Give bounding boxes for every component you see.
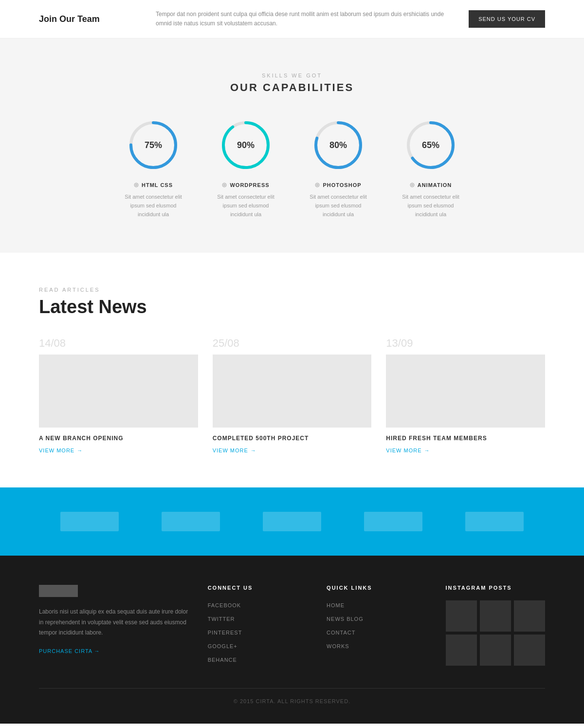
instagram-thumb-2[interactable] [480, 600, 511, 632]
skill-item-wordpress: 90% ◎ WORDPRESS Sit amet consectetur eli… [214, 118, 277, 219]
skill-item-animation: 65% ◎ ANIMATION Sit amet consectetur eli… [399, 118, 462, 219]
skill-chart-htmlcss: 75% [127, 118, 180, 172]
view-more-link-3[interactable]: VIEW MORE → [386, 448, 545, 453]
skill-percent-animation: 65% [422, 140, 439, 150]
news-card-1: 14/08 A NEW BRANCH OPENING VIEW MORE → [39, 337, 198, 453]
skill-percent-photoshop: 80% [329, 140, 347, 150]
news-card-title-1: A NEW BRANCH OPENING [39, 435, 198, 442]
footer-brand-col: Laboris nisi ust aliquip ex eda sequat d… [39, 585, 188, 669]
skill-desc-animation: Sit amet consectetur elit ipsum sed elus… [399, 193, 462, 219]
capabilities-section: SKILLS WE GOT OUR CAPABILITIES 75% ◎ HTM… [0, 38, 584, 253]
skill-label-wordpress: ◎ WORDPRESS [222, 182, 269, 188]
footer-link-home[interactable]: HOME [327, 600, 426, 609]
footer-about: Laboris nisi ust aliquip ex eda sequat d… [39, 607, 188, 638]
arrow-icon-1: → [77, 448, 83, 453]
skill-item-photoshop: 80% ◎ PHOTOSHOP Sit amet consectetur eli… [307, 118, 370, 219]
footer-link-behance[interactable]: BEHANCE [208, 655, 307, 664]
news-image-1 [39, 355, 198, 428]
news-card-title-2: COMPLETED 500TH PROJECT [213, 435, 372, 442]
news-title: Latest News [39, 297, 545, 317]
partner-logo-4 [364, 512, 422, 531]
skill-item-htmlcss: 75% ◎ HTML CSS Sit amet consectetur elit… [122, 118, 185, 219]
send-cv-button[interactable]: SEND US YOUR CV [469, 10, 545, 28]
instagram-thumb-4[interactable] [446, 635, 477, 666]
skill-label-animation: ◎ ANIMATION [410, 182, 452, 188]
skill-desc-wordpress: Sit amet consectetur elit ipsum sed elus… [214, 193, 277, 219]
footer-logo [39, 585, 78, 597]
news-date-2: 25/08 [213, 337, 372, 350]
news-section: READ ARTICLES Latest News 14/08 A NEW BR… [0, 253, 584, 487]
capabilities-title: OUR CAPABILITIES [39, 81, 545, 94]
footer-instagram-col: INSTAGRAM POSTS [446, 585, 545, 669]
skill-chart-wordpress: 90% [219, 118, 273, 172]
wordpress-icon: ◎ [222, 182, 227, 188]
footer: Laboris nisi ust aliquip ex eda sequat d… [0, 556, 584, 724]
instagram-thumb-6[interactable] [514, 635, 545, 666]
instagram-thumb-3[interactable] [514, 600, 545, 632]
copyright-text: © 2015 CIRTA. ALL RIGHTS RESERVED. [234, 698, 350, 704]
arrow-icon-2: → [251, 448, 256, 453]
footer-link-contact[interactable]: CONTACT [327, 628, 426, 636]
news-image-3 [386, 355, 545, 428]
news-card-3: 13/09 HIRED FRESH TEAM MEMBERS VIEW MORE… [386, 337, 545, 453]
join-team-desc: Tempor dat non proident sunt culpa qui o… [136, 10, 469, 28]
footer-link-works[interactable]: WORKS [327, 641, 426, 650]
photoshop-icon: ◎ [315, 182, 320, 188]
skill-label-photoshop: ◎ PHOTOSHOP [315, 182, 361, 188]
footer-quicklinks-col: QUICK LINKS HOME NEWS BLOG CONTACT WORKS [327, 585, 426, 669]
news-grid: 14/08 A NEW BRANCH OPENING VIEW MORE → 2… [39, 337, 545, 453]
footer-quicklinks-list: HOME NEWS BLOG CONTACT WORKS [327, 600, 426, 650]
news-date-3: 13/09 [386, 337, 545, 350]
view-more-link-1[interactable]: VIEW MORE → [39, 448, 198, 453]
footer-link-twitter[interactable]: TWITTER [208, 614, 307, 623]
news-date-1: 14/08 [39, 337, 198, 350]
footer-link-newsblog[interactable]: NEWS BLOG [327, 614, 426, 623]
news-image-2 [213, 355, 372, 428]
skills-grid: 75% ◎ HTML CSS Sit amet consectetur elit… [39, 118, 545, 219]
join-team-section: Join Our Team Tempor dat non proident su… [0, 0, 584, 38]
footer-link-googleplus[interactable]: GOOGLE+ [208, 641, 307, 650]
partner-logo-5 [465, 512, 524, 531]
footer-connect-links: FACEBOOK TWITTER PINTEREST GOOGLE+ BEHAN… [208, 600, 307, 664]
footer-quicklinks-title: QUICK LINKS [327, 585, 426, 591]
skill-desc-htmlcss: Sit amet consectetur elit ipsum sed elus… [122, 193, 185, 219]
partners-section [0, 487, 584, 556]
skill-label-htmlcss: ◎ HTML CSS [134, 182, 173, 188]
partner-logo-3 [263, 512, 321, 531]
footer-link-facebook[interactable]: FACEBOOK [208, 600, 307, 609]
animation-icon: ◎ [410, 182, 415, 188]
skill-chart-photoshop: 80% [311, 118, 365, 172]
footer-link-pinterest[interactable]: PINTEREST [208, 628, 307, 636]
arrow-icon-3: → [424, 448, 430, 453]
join-team-title: Join Our Team [39, 14, 136, 24]
footer-instagram-title: INSTAGRAM POSTS [446, 585, 545, 591]
partner-logo-1 [60, 512, 119, 531]
skill-desc-photoshop: Sit amet consectetur elit ipsum sed elus… [307, 193, 370, 219]
instagram-thumb-5[interactable] [480, 635, 511, 666]
footer-copyright: © 2015 CIRTA. ALL RIGHTS RESERVED. [39, 688, 545, 704]
instagram-grid [446, 600, 545, 666]
html-icon: ◎ [134, 182, 139, 188]
instagram-thumb-1[interactable] [446, 600, 477, 632]
purchase-link[interactable]: PURCHASE CIRTA → [39, 648, 188, 654]
view-more-link-2[interactable]: VIEW MORE → [213, 448, 372, 453]
partner-logo-2 [162, 512, 220, 531]
skill-percent-wordpress: 90% [237, 140, 255, 150]
footer-connect-col: CONNECT US FACEBOOK TWITTER PINTEREST GO… [208, 585, 307, 669]
skill-chart-animation: 65% [404, 118, 457, 172]
news-card-2: 25/08 COMPLETED 500TH PROJECT VIEW MORE … [213, 337, 372, 453]
capabilities-subtitle: SKILLS WE GOT [39, 73, 545, 78]
skill-percent-htmlcss: 75% [145, 140, 162, 150]
footer-connect-title: CONNECT US [208, 585, 307, 591]
footer-grid: Laboris nisi ust aliquip ex eda sequat d… [39, 585, 545, 669]
news-card-title-3: HIRED FRESH TEAM MEMBERS [386, 435, 545, 442]
news-label: READ ARTICLES [39, 287, 545, 293]
